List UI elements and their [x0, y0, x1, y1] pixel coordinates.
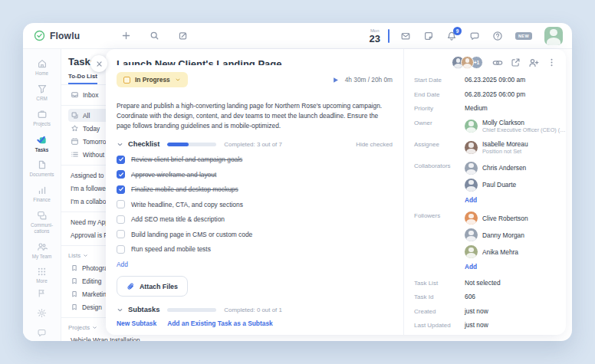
new-subtask-link[interactable]: New Subtask	[117, 320, 156, 327]
search-icon[interactable]	[150, 31, 159, 41]
sidebar-item-more[interactable]: More	[25, 264, 60, 288]
sidebar-item-documents[interactable]: Documents	[25, 156, 60, 182]
help-icon[interactable]	[492, 31, 503, 41]
field-start-date[interactable]: Start Date 06.23.2025 09:00 am	[414, 76, 557, 84]
collaborator-row[interactable]: Chris Andersen	[465, 162, 526, 175]
checklist-item: Run speed and mobile tests	[117, 244, 393, 254]
checkbox-unchecked[interactable]	[117, 245, 125, 254]
checkbox-checked[interactable]	[117, 156, 125, 164]
checklist-header: Checklist Completed: 3 out of 7 Hide che…	[117, 140, 393, 148]
checkbox-unchecked[interactable]	[117, 230, 125, 238]
documents-icon	[37, 159, 48, 170]
collaborator-avatar	[465, 179, 478, 192]
sidebar-item-my-team[interactable]: My Team	[25, 238, 60, 264]
notes-icon[interactable]	[423, 31, 434, 41]
add-checklist-item-link[interactable]: Add	[117, 261, 128, 268]
collapse-chevron-icon[interactable]	[117, 141, 123, 148]
divider	[388, 29, 390, 43]
user-avatar[interactable]	[544, 27, 563, 45]
calendar-date[interactable]: Mon 23	[369, 28, 380, 44]
chevron-down-icon	[92, 325, 97, 330]
checkbox-unchecked[interactable]	[117, 215, 125, 224]
owner-avatar	[465, 120, 478, 133]
start-timer-play-icon[interactable]	[331, 76, 340, 84]
tab-todo-list[interactable]: To-Do List	[68, 73, 97, 84]
field-task-list[interactable]: Task List Not selected	[414, 279, 557, 287]
follower-row[interactable]: Clive Robertson	[465, 212, 528, 225]
main-sidebar: Home CRM Projects Tasks Documents	[23, 49, 61, 341]
hide-checked-link[interactable]: Hide checked	[356, 141, 393, 148]
close-task-button[interactable]	[90, 55, 107, 72]
sidebar-item-finance[interactable]: Finance	[25, 182, 60, 207]
bookmark-icon	[71, 277, 78, 285]
open-external-icon[interactable]	[511, 57, 521, 67]
calendar-day-number: 23	[369, 34, 380, 44]
sidebar-bottom	[37, 288, 47, 341]
kebab-menu-icon[interactable]	[547, 57, 557, 67]
flowlu-logo[interactable]: Flowlu	[34, 30, 80, 41]
field-assignee[interactable]: Assignee Isabelle Moreau Position not Se…	[414, 140, 557, 156]
list-icon	[71, 150, 79, 159]
status-dropdown[interactable]: In Progress	[117, 72, 188, 87]
field-owner[interactable]: Owner Molly Clarkson Chief Executive Off…	[414, 119, 557, 134]
feedback-bubble-icon[interactable]	[37, 328, 47, 338]
add-collaborator-link[interactable]: Add	[465, 196, 526, 204]
new-feature-badge[interactable]: NEW	[515, 32, 532, 40]
create-plus-icon[interactable]	[121, 31, 131, 41]
task-detail-card: Launch New Client's Landing Page In Prog…	[106, 49, 566, 335]
tasks-icon	[36, 134, 48, 146]
checklist-item: Build landing page in CMS or custom code	[117, 229, 393, 240]
checkbox-checked[interactable]	[117, 185, 125, 194]
chat-icon[interactable]	[469, 31, 480, 41]
sidebar-item-crm[interactable]: CRM	[25, 80, 60, 106]
field-end-date[interactable]: End Date 06.28.2025 06:00 pm	[414, 90, 557, 98]
checkbox-unchecked[interactable]	[117, 200, 125, 208]
follower-avatar	[465, 212, 478, 225]
time-tracked-value: 4h 30m / 20h 0m	[345, 76, 393, 84]
add-follower-link[interactable]: Add	[465, 263, 528, 271]
collaborator-row[interactable]: Paul Duarte	[465, 179, 526, 192]
desktop-background: Flowlu Mon 23	[0, 0, 595, 364]
follower-row[interactable]: Anika Mehra	[465, 245, 528, 258]
field-last-updated: Last Updated just now	[414, 321, 557, 329]
checkbox-checked[interactable]	[117, 170, 125, 179]
checklist-progress-bar	[167, 143, 216, 146]
brand-name: Flowlu	[50, 31, 80, 41]
field-priority[interactable]: Priority Medium	[414, 104, 557, 112]
subtasks-completed-count: Completed: 0 out of 1	[224, 307, 281, 313]
collapse-chevron-icon[interactable]	[117, 307, 123, 313]
follower-row[interactable]: Danny Morgan	[465, 228, 528, 241]
sidebar-item-communications[interactable]: Communi-cations	[25, 207, 60, 238]
copy-link-icon[interactable]	[492, 57, 503, 68]
task-description: Prepare and publish a high-converting la…	[117, 101, 393, 131]
communications-icon	[37, 210, 48, 221]
mail-icon[interactable]	[400, 31, 411, 41]
notification-count-badge: 9	[453, 27, 462, 35]
status-row: In Progress 4h 30m / 20h 0m	[117, 72, 393, 87]
subtasks-title: Subtasks	[128, 306, 159, 313]
add-person-icon[interactable]	[528, 57, 539, 68]
participant-avatars[interactable]: +1	[452, 56, 483, 69]
sidebar-item-home[interactable]: Home	[25, 55, 60, 80]
sidebar-item-projects[interactable]: Projects	[25, 106, 60, 131]
chevron-down-icon	[175, 77, 181, 83]
quick-note-icon[interactable]	[178, 31, 188, 41]
finance-icon	[37, 185, 48, 195]
checklist-completed-count: Completed: 3 out of 7	[224, 141, 281, 148]
bookmark-icon	[71, 303, 78, 311]
task-people-toolbar: +1	[414, 56, 557, 69]
bookmark-icon	[71, 290, 78, 298]
star-icon	[71, 124, 79, 133]
inbox-icon	[71, 90, 79, 99]
flag-icon[interactable]	[37, 288, 47, 298]
field-followers: Followers Clive Robertson Danny Morgan	[414, 212, 557, 272]
notifications-bell[interactable]: 9	[446, 31, 457, 41]
attach-files-button[interactable]: Attach Files	[117, 276, 188, 297]
app-body: Home CRM Projects Tasks Documents	[23, 49, 572, 341]
checklist-item: Add SEO meta title & description	[117, 214, 393, 225]
add-existing-subtask-link[interactable]: Add an Existing Task as a Subtask	[167, 320, 273, 327]
sidebar-item-tasks[interactable]: Tasks	[25, 131, 60, 157]
flowlu-window: Flowlu Mon 23	[23, 23, 572, 341]
follower-avatar	[465, 245, 478, 258]
gear-icon[interactable]	[37, 308, 47, 318]
